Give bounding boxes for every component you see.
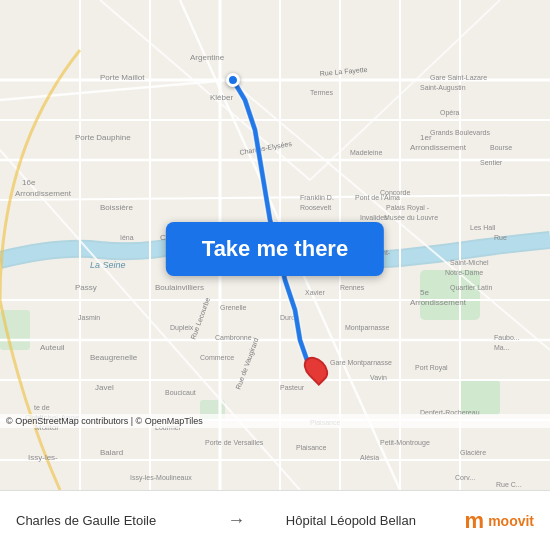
svg-text:Montparnasse: Montparnasse bbox=[345, 324, 389, 332]
map-attribution: © OpenStreetMap contributors | © OpenMap… bbox=[0, 414, 550, 428]
moovit-m-icon: m bbox=[465, 508, 485, 534]
svg-text:Ma...: Ma... bbox=[494, 344, 510, 351]
svg-text:Bourse: Bourse bbox=[490, 144, 512, 151]
svg-text:16e: 16e bbox=[22, 178, 36, 187]
svg-text:Sentier: Sentier bbox=[480, 159, 503, 166]
svg-text:Passy: Passy bbox=[75, 283, 97, 292]
origin-text: Charles de Gaulle Etoile bbox=[16, 513, 156, 528]
svg-text:Rue C...: Rue C... bbox=[496, 481, 522, 488]
svg-rect-2 bbox=[420, 270, 480, 320]
svg-text:Glacière: Glacière bbox=[460, 449, 486, 456]
svg-text:Palais Royal -: Palais Royal - bbox=[386, 204, 430, 212]
svg-text:Gare Montparnasse: Gare Montparnasse bbox=[330, 359, 392, 367]
svg-text:Commerce: Commerce bbox=[200, 354, 234, 361]
destination-label: Hôpital Léopold Bellan bbox=[245, 513, 456, 528]
svg-text:Jasmin: Jasmin bbox=[78, 314, 100, 321]
svg-text:Petit-Montrouge: Petit-Montrouge bbox=[380, 439, 430, 447]
svg-text:Issy-les-: Issy-les- bbox=[28, 453, 58, 462]
svg-text:Franklin D.: Franklin D. bbox=[300, 194, 334, 201]
svg-text:Musée du Louvre: Musée du Louvre bbox=[384, 214, 438, 221]
map-container: La Seine bbox=[0, 0, 550, 490]
bottom-bar: Charles de Gaulle Etoile → Hôpital Léopo… bbox=[0, 490, 550, 550]
svg-text:Notre-Dame: Notre-Dame bbox=[445, 269, 483, 276]
svg-text:Roosevelt: Roosevelt bbox=[300, 204, 331, 211]
route-arrow-icon: → bbox=[227, 510, 245, 531]
svg-text:Pont de l'Alma: Pont de l'Alma bbox=[355, 194, 400, 201]
svg-text:Boissière: Boissière bbox=[100, 203, 133, 212]
svg-text:Rennes: Rennes bbox=[340, 284, 365, 291]
svg-text:Auteuil: Auteuil bbox=[40, 343, 65, 352]
svg-text:5e: 5e bbox=[420, 288, 429, 297]
svg-text:Gare Saint-Lazare: Gare Saint-Lazare bbox=[430, 74, 487, 81]
svg-text:Faubo...: Faubo... bbox=[494, 334, 520, 341]
svg-text:Porte de Versailles: Porte de Versailles bbox=[205, 439, 264, 446]
svg-text:Boulainvilliers: Boulainvilliers bbox=[155, 283, 204, 292]
svg-text:Dupleix: Dupleix bbox=[170, 324, 194, 332]
moovit-logo: m moovit bbox=[465, 508, 534, 534]
svg-text:Opéra: Opéra bbox=[440, 109, 460, 117]
svg-text:Saint-Augustin: Saint-Augustin bbox=[420, 84, 466, 92]
svg-text:Quartier Latin: Quartier Latin bbox=[450, 284, 493, 292]
svg-text:Arrondissement: Arrondissement bbox=[410, 298, 467, 307]
svg-text:Grenelle: Grenelle bbox=[220, 304, 247, 311]
svg-text:Boucicaut: Boucicaut bbox=[165, 389, 196, 396]
moovit-brand-text: moovit bbox=[488, 513, 534, 529]
svg-text:te de: te de bbox=[34, 404, 50, 411]
svg-text:Saint-Michel: Saint-Michel bbox=[450, 259, 489, 266]
svg-text:Corv...: Corv... bbox=[455, 474, 475, 481]
svg-text:Cambronne: Cambronne bbox=[215, 334, 252, 341]
svg-text:Beaugrenelle: Beaugrenelle bbox=[90, 353, 138, 362]
svg-text:Arrondissement: Arrondissement bbox=[15, 189, 72, 198]
origin-label: Charles de Gaulle Etoile bbox=[16, 513, 227, 528]
take-me-there-button[interactable]: Take me there bbox=[166, 222, 384, 276]
svg-text:Porte Dauphine: Porte Dauphine bbox=[75, 133, 131, 142]
svg-text:Vavin: Vavin bbox=[370, 374, 387, 381]
svg-text:Xavier: Xavier bbox=[305, 289, 326, 296]
svg-text:Argentine: Argentine bbox=[190, 53, 225, 62]
svg-text:Les Hall: Les Hall bbox=[470, 224, 496, 231]
svg-text:Javel: Javel bbox=[95, 383, 114, 392]
svg-text:Balard: Balard bbox=[100, 448, 123, 457]
origin-marker bbox=[226, 73, 240, 87]
svg-text:Alésia: Alésia bbox=[360, 454, 379, 461]
destination-marker bbox=[306, 355, 326, 383]
svg-text:Porte Maillot: Porte Maillot bbox=[100, 73, 145, 82]
svg-text:Termes: Termes bbox=[310, 89, 333, 96]
svg-text:Arrondissement: Arrondissement bbox=[410, 143, 467, 152]
svg-text:Kléber: Kléber bbox=[210, 93, 233, 102]
svg-text:Rue: Rue bbox=[494, 234, 507, 241]
svg-text:Madeleine: Madeleine bbox=[350, 149, 382, 156]
svg-text:Pasteur: Pasteur bbox=[280, 384, 305, 391]
svg-text:La Seine: La Seine bbox=[90, 260, 126, 270]
svg-text:Plaisance: Plaisance bbox=[296, 444, 326, 451]
svg-text:Grands Boulevards: Grands Boulevards bbox=[430, 129, 490, 136]
svg-text:Port Royal: Port Royal bbox=[415, 364, 448, 372]
destination-text: Hôpital Léopold Bellan bbox=[286, 513, 416, 528]
svg-text:Issy-les-Moulineaux: Issy-les-Moulineaux bbox=[130, 474, 192, 482]
svg-text:Iéna: Iéna bbox=[120, 234, 134, 241]
